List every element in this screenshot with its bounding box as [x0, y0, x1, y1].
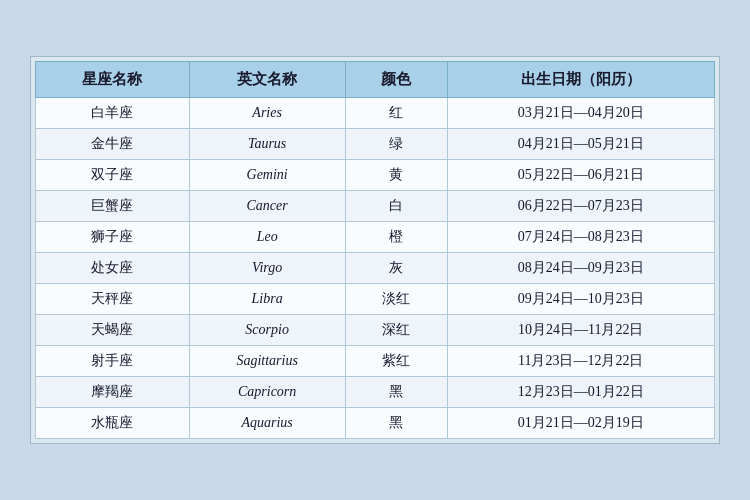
cell-chinese-name: 金牛座	[36, 129, 190, 160]
cell-chinese-name: 狮子座	[36, 222, 190, 253]
cell-chinese-name: 双子座	[36, 160, 190, 191]
cell-dates: 05月22日—06月21日	[447, 160, 715, 191]
cell-color: 黑	[345, 408, 447, 439]
cell-chinese-name: 摩羯座	[36, 377, 190, 408]
cell-dates: 08月24日—09月23日	[447, 253, 715, 284]
cell-color: 黑	[345, 377, 447, 408]
cell-color: 淡红	[345, 284, 447, 315]
cell-dates: 12月23日—01月22日	[447, 377, 715, 408]
table-row: 处女座Virgo灰08月24日—09月23日	[36, 253, 715, 284]
table-row: 天秤座Libra淡红09月24日—10月23日	[36, 284, 715, 315]
cell-dates: 06月22日—07月23日	[447, 191, 715, 222]
col-header-dates: 出生日期（阳历）	[447, 62, 715, 98]
cell-english-name: Capricorn	[189, 377, 345, 408]
cell-color: 灰	[345, 253, 447, 284]
zodiac-table-container: 星座名称 英文名称 颜色 出生日期（阳历） 白羊座Aries红03月21日—04…	[30, 56, 720, 444]
cell-english-name: Cancer	[189, 191, 345, 222]
table-row: 天蝎座Scorpio深红10月24日—11月22日	[36, 315, 715, 346]
cell-color: 橙	[345, 222, 447, 253]
cell-english-name: Sagittarius	[189, 346, 345, 377]
cell-chinese-name: 天秤座	[36, 284, 190, 315]
cell-dates: 01月21日—02月19日	[447, 408, 715, 439]
table-row: 射手座Sagittarius紫红11月23日—12月22日	[36, 346, 715, 377]
cell-english-name: Taurus	[189, 129, 345, 160]
cell-dates: 04月21日—05月21日	[447, 129, 715, 160]
cell-color: 红	[345, 98, 447, 129]
cell-dates: 07月24日—08月23日	[447, 222, 715, 253]
col-header-english: 英文名称	[189, 62, 345, 98]
cell-dates: 11月23日—12月22日	[447, 346, 715, 377]
table-row: 金牛座Taurus绿04月21日—05月21日	[36, 129, 715, 160]
cell-chinese-name: 水瓶座	[36, 408, 190, 439]
zodiac-table: 星座名称 英文名称 颜色 出生日期（阳历） 白羊座Aries红03月21日—04…	[35, 61, 715, 439]
cell-english-name: Aquarius	[189, 408, 345, 439]
cell-english-name: Gemini	[189, 160, 345, 191]
col-header-chinese: 星座名称	[36, 62, 190, 98]
table-row: 双子座Gemini黄05月22日—06月21日	[36, 160, 715, 191]
cell-english-name: Libra	[189, 284, 345, 315]
cell-chinese-name: 巨蟹座	[36, 191, 190, 222]
col-header-color: 颜色	[345, 62, 447, 98]
cell-color: 深红	[345, 315, 447, 346]
table-body: 白羊座Aries红03月21日—04月20日金牛座Taurus绿04月21日—0…	[36, 98, 715, 439]
table-row: 狮子座Leo橙07月24日—08月23日	[36, 222, 715, 253]
table-row: 巨蟹座Cancer白06月22日—07月23日	[36, 191, 715, 222]
table-row: 白羊座Aries红03月21日—04月20日	[36, 98, 715, 129]
cell-color: 紫红	[345, 346, 447, 377]
cell-dates: 09月24日—10月23日	[447, 284, 715, 315]
cell-color: 绿	[345, 129, 447, 160]
table-row: 摩羯座Capricorn黑12月23日—01月22日	[36, 377, 715, 408]
cell-chinese-name: 白羊座	[36, 98, 190, 129]
cell-chinese-name: 天蝎座	[36, 315, 190, 346]
cell-dates: 03月21日—04月20日	[447, 98, 715, 129]
cell-chinese-name: 射手座	[36, 346, 190, 377]
cell-english-name: Leo	[189, 222, 345, 253]
table-header-row: 星座名称 英文名称 颜色 出生日期（阳历）	[36, 62, 715, 98]
cell-english-name: Scorpio	[189, 315, 345, 346]
cell-color: 白	[345, 191, 447, 222]
cell-english-name: Virgo	[189, 253, 345, 284]
cell-color: 黄	[345, 160, 447, 191]
cell-chinese-name: 处女座	[36, 253, 190, 284]
cell-dates: 10月24日—11月22日	[447, 315, 715, 346]
table-row: 水瓶座Aquarius黑01月21日—02月19日	[36, 408, 715, 439]
cell-english-name: Aries	[189, 98, 345, 129]
